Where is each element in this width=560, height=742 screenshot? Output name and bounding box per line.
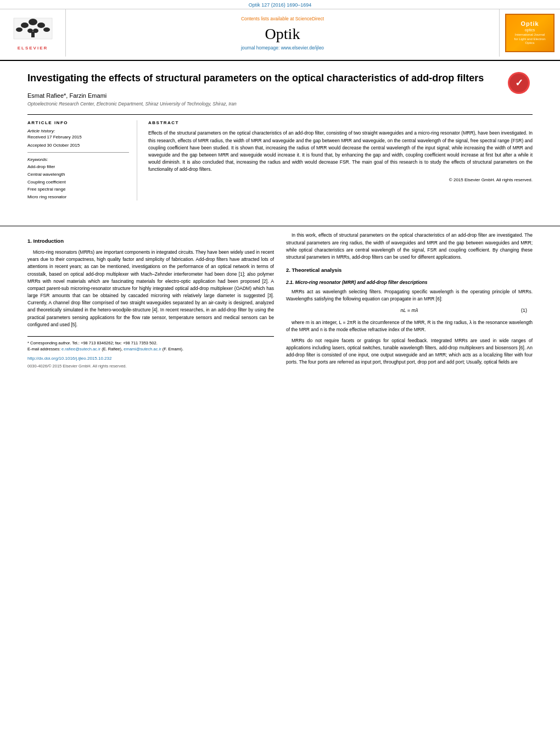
section2-subheading: 2.1. Micro-ring resonator (MRR) and add-… [286,279,533,286]
journal-name: Optik [265,25,300,43]
history-label: Article history: [27,129,129,133]
section1-heading: 1. Introduction [27,237,274,246]
doi-line: Optik 127 (2016) 1690–1694 [0,0,560,9]
copyright-line: © 2015 Elsevier GmbH. All rights reserve… [148,177,533,182]
crossmark-logo: ✓ [508,72,533,97]
svg-point-2 [21,23,29,28]
authors-line: Esmat Rafiee*, Farzin Emami [27,92,533,99]
body-divider [0,226,560,226]
abstract-section: ABSTRACT Effects of the structural param… [148,120,533,200]
svg-point-3 [37,23,45,28]
equation-block: nL = mλ (1) [286,307,533,315]
elsevier-tree-icon [11,15,55,46]
section1-para1: Micro-ring resonators (MRRs) are importa… [27,249,274,328]
equation-number: (1) [468,307,527,315]
keyword-5: Micro ring resonator [27,193,129,201]
section2-para1: MRRs act as wavelength selecting filters… [286,288,533,303]
equation-formula: nL = mλ [350,307,468,315]
journal-center: Contents lists available at ScienceDirec… [66,9,500,57]
elsevier-logo-box: ELSEVIER [0,9,66,57]
svg-point-4 [16,27,23,32]
analyzed-text: analyzed [255,300,274,305]
abstract-title: ABSTRACT [148,120,533,125]
keyword-3: Coupling coefficient [27,178,129,186]
right-intro-para: In this work, effects of structural para… [286,232,533,261]
article-info-abstract: ARTICLE INFO Article history: Received 1… [27,114,533,200]
doi-link[interactable]: http://dx.doi.org/10.1016/j.ijleo.2015.1… [27,355,274,362]
section2-heading: 2. Theoretical analysis [286,266,533,275]
abstract-text: Effects of the structural parameters on … [148,130,533,173]
footnote-email: E-mail addresses: e.rafiee@sutech.ac.ir … [27,346,274,352]
keywords-list: Add-drop filter Central wavelength Coupl… [27,163,129,200]
journal-header: Optik 127 (2016) 1690–1694 [0,0,560,61]
footnote-corresponding: * Corresponding author. Tel.: +98 713 83… [27,340,274,346]
svg-text:✓: ✓ [515,77,523,88]
sciencedirect-line: Contents lists available at ScienceDirec… [241,16,324,21]
optik-logo-image: Optik optics International Journalfor Li… [505,14,555,52]
keyword-1: Add-drop filter [27,163,129,171]
elsevier-label: ELSEVIER [18,46,48,51]
left-column: 1. Introduction Micro-ring resonators (M… [27,232,274,369]
body-columns: 1. Introduction Micro-ring resonators (M… [0,232,560,369]
email2-link[interactable]: emami@sutech.ac.ir [124,347,161,352]
svg-rect-8 [31,32,35,37]
received-date: Received 17 February 2015 [27,135,129,140]
accepted-date: Accepted 30 October 2015 [27,143,129,148]
article-title: Investigating the effects of structural … [27,72,533,85]
journal-homepage: journal homepage: www.elsevier.de/ijleo [241,45,324,51]
svg-point-5 [43,27,50,32]
article-info-panel: ARTICLE INFO Article history: Received 1… [27,120,137,200]
keywords-label: Keywords: [27,157,129,162]
keyword-4: Free spectral range [27,186,129,193]
footnotes: * Corresponding author. Tel.: +98 713 83… [27,336,274,370]
crossmark-icon: ✓ [509,73,529,93]
keyword-2: Central wavelength [27,171,129,178]
optik-logo-box: Optik optics International Journalfor Li… [500,9,560,57]
article-content: Investigating the effects of structural … [0,61,560,220]
affiliation-line: Optoelectronic Research Center, Electron… [27,101,533,107]
section2-para3: MRRs do not require facets or gratings f… [286,337,533,366]
page: Optik 127 (2016) 1690–1694 [0,0,560,742]
issn-line: 0030-4026/© 2015 Elsevier GmbH. All righ… [27,363,274,369]
email1-link[interactable]: e.rafiee@sutech.ac.ir [61,347,100,352]
right-column: In this work, effects of structural para… [286,232,533,369]
section2-para2: where m is an integer, L = 2πR is the ci… [286,319,533,333]
article-info-title: ARTICLE INFO [27,120,129,125]
svg-point-1 [29,19,37,25]
